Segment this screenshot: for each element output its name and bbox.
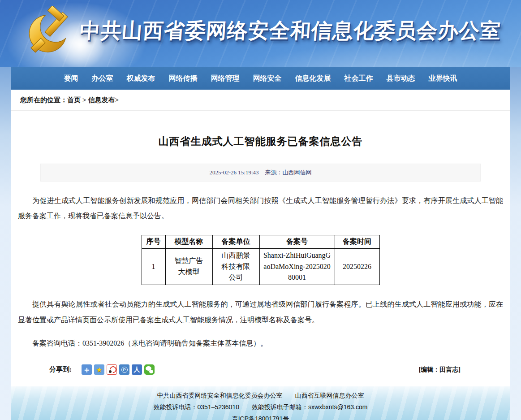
share-label: 分享到: [49,365,72,374]
records-table: 序号模型名称备案单位备案号备案时间 1智慧广告大模型山西鹏景科技有限公司Shan… [142,235,380,285]
qzone-star-icon-glyph: ★ [96,366,102,374]
table-cell: 20250226 [335,248,379,285]
sina-weibo-icon[interactable] [107,364,117,375]
qzone-star-icon[interactable]: ★ [94,364,104,375]
site-title: 中共山西省委网络安全和信息化委员会办公室 [79,17,511,45]
article-datetime: 2025-02-26 15:19:43 [209,169,258,176]
footer-contact-line: 效能投诉电话：0351–5236010 效能投诉电子邮箱：sxwxbxnts@1… [154,403,368,411]
share-left: 分享到: ＋★P人 [49,364,155,375]
records-table-head: 序号模型名称备案单位备案号备案时间 [142,235,379,248]
source-link[interactable]: 山西网信网 [283,169,312,176]
article-meta-bar: 2025-02-26 15:19:43 来源：山西网信网 [40,164,481,182]
table-header-cell: 序号 [142,235,165,248]
breadcrumb-separator: > [81,96,88,104]
nav-item-权威发布[interactable]: 权威发布 [127,74,155,83]
nav-item-要闻[interactable]: 要闻 [64,74,78,83]
nav-item-办公室[interactable]: 办公室 [92,74,113,83]
records-table-body: 1智慧广告大模型山西鹏景科技有限公司Shanxi-ZhiHuiGuangGaoD… [142,248,379,285]
renren-icon-glyph: 人 [134,366,140,374]
article-body: 为促进生成式人工智能服务创新发展和规范应用，网信部门会同相关部门按照《生成式人工… [18,193,503,351]
table-header-cell: 备案号 [259,235,335,248]
article-content: 山西省生成式人工智能服务已备案信息公告 2025-02-26 15:19:43 … [11,111,510,386]
nav-item-网络安全[interactable]: 网络安全 [253,74,282,83]
breadcrumb-home-link[interactable]: 首页 [67,96,81,104]
editor-note: [编辑：田言志] [419,366,461,374]
party-emblem-icon [23,6,76,60]
breadcrumb-section-link[interactable]: 信息发布 [88,96,115,104]
renren-icon[interactable]: 人 [132,364,142,375]
paragraph-procedure: 提供具有舆论属性或者社会动员能力的生成式人工智能服务的，可通过属地省级网信部门履… [18,297,503,328]
table-row: 1智慧广告大模型山西鹏景科技有限公司Shanxi-ZhiHuiGuangGaoD… [142,248,379,285]
table-header-row: 序号模型名称备案单位备案号备案时间 [142,235,379,248]
share-row: 分享到: ＋★P人 [编辑：田言志] [18,364,503,375]
site-footer: 中共山西省委网络安全和信息化委员会办公室 山西省互联网信息办公室 效能投诉电话：… [11,386,510,420]
share-more-icon-glyph: ＋ [83,364,91,375]
table-cell: 智慧广告大模型 [165,248,212,285]
table-header-cell: 备案单位 [212,235,259,248]
article-source: 来源：山西网信网 [265,169,312,177]
nav-item-网络传播[interactable]: 网络传播 [169,74,198,83]
source-label: 来源： [265,169,283,176]
article-title: 山西省生成式人工智能服务已备案信息公告 [18,111,503,148]
paragraph-intro: 为促进生成式人工智能服务创新发展和规范应用，网信部门会同相关部门按照《生成式人工… [18,193,503,224]
breadcrumb-prefix: 您所在的位置： [20,96,67,104]
footer-org-line: 中共山西省委网络安全和信息化委员会办公室 山西省互联网信息办公室 [157,392,364,400]
main-nav: 要闻办公室权威发布网络传播网络管理网络安全信息化发展社会工作县市动态业界快讯 [11,67,510,90]
table-cell: 1 [142,248,165,285]
table-header-cell: 备案时间 [335,235,379,248]
footer-icp[interactable]: 晋ICP备18001791号 [232,415,289,420]
tencent-weibo-icon-glyph: P [121,367,128,373]
nav-item-县市动态[interactable]: 县市动态 [387,74,415,83]
paragraph-contact: 备案咨询电话：0351-3902026（来电咨询请明确告知备案主体基本信息）。 [18,336,503,351]
breadcrumb-trailing: > [115,96,119,104]
page: 中共山西省委网络安全和信息化委员会办公室 要闻办公室权威发布网络传播网络管理网络… [0,0,521,420]
nav-item-信息化发展[interactable]: 信息化发展 [295,74,331,83]
table-header-cell: 模型名称 [165,235,212,248]
site-banner: 中共山西省委网络安全和信息化委员会办公室 [0,0,521,67]
table-cell: 山西鹏景科技有限公司 [212,248,259,285]
breadcrumb: 您所在的位置： 首页 > 信息发布 > [11,90,510,111]
wechat-icon[interactable] [144,364,155,375]
share-more-icon[interactable]: ＋ [82,364,92,375]
nav-item-社会工作[interactable]: 社会工作 [344,74,373,83]
nav-item-网络管理[interactable]: 网络管理 [211,74,240,83]
nav-item-业界快讯[interactable]: 业界快讯 [429,74,457,83]
tencent-weibo-icon[interactable]: P [119,364,129,375]
table-cell: Shanxi-ZhiHuiGuangGaoDaMoXing-2025020800… [259,248,335,285]
share-icons: ＋★P人 [82,364,155,375]
